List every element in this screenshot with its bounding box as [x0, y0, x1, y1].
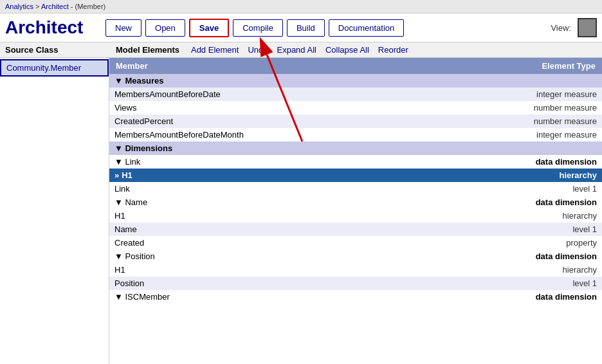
documentation-button[interactable]: Documentation	[329, 19, 404, 37]
col-element-type-header: Element Type	[432, 58, 602, 74]
undo-link[interactable]: Undo	[248, 45, 268, 55]
main-area: Community.Member Member Element Type ▼ M…	[0, 58, 602, 364]
table-row[interactable]: Namelevel 1	[109, 223, 602, 236]
table-area: Member Element Type ▼ MeasuresMembersAmo…	[109, 58, 602, 364]
reorder-link[interactable]: Reorder	[378, 45, 408, 55]
build-button[interactable]: Build	[287, 19, 325, 37]
table-row[interactable]: ▼ Measures	[109, 74, 602, 87]
collapse-all-link[interactable]: Collapse All	[325, 45, 369, 55]
table-row[interactable]: ▼ Positiondata dimension	[109, 250, 602, 263]
table-row[interactable]: ▼ Dimensions	[109, 141, 602, 155]
breadcrumb-architect[interactable]: Architect	[41, 3, 69, 10]
table-row[interactable]: Createdproperty	[109, 236, 602, 250]
page-title: Architect	[5, 17, 95, 38]
new-button[interactable]: New	[105, 19, 141, 37]
col-member-header: Member	[109, 58, 432, 74]
add-element-link[interactable]: Add Element	[191, 45, 239, 55]
open-button[interactable]: Open	[145, 19, 185, 37]
model-elements-label: Model Elements	[116, 45, 179, 55]
toolbar: Source Class Model Elements Add Element …	[0, 42, 602, 58]
table-row[interactable]: H1hierarchy	[109, 263, 602, 277]
table-row[interactable]: Positionlevel 1	[109, 277, 602, 290]
table-row[interactable]: ▼ Namedata dimension	[109, 196, 602, 209]
save-button[interactable]: Save	[189, 19, 229, 37]
header: Architect New Open Save Compile Build Do…	[0, 14, 602, 42]
breadcrumb-analytics[interactable]: Analytics	[5, 3, 33, 10]
view-label: View:	[551, 23, 571, 33]
view-box	[578, 18, 597, 37]
model-elements-table: Member Element Type ▼ MeasuresMembersAmo…	[109, 58, 602, 304]
table-row[interactable]: ▼ ISCMemberdata dimension	[109, 290, 602, 304]
table-header-row: Member Element Type	[109, 58, 602, 74]
table-row[interactable]: CreatedPercentnumber measure	[109, 114, 602, 128]
source-class-label: Source Class	[5, 45, 114, 55]
table-row[interactable]: »H1hierarchy	[109, 168, 602, 182]
table-row[interactable]: ▼ Linkdata dimension	[109, 155, 602, 168]
table-row[interactable]: Viewsnumber measure	[109, 101, 602, 114]
sidebar-item-community-member[interactable]: Community.Member	[0, 59, 109, 77]
table-row[interactable]: MembersAmountBeforeDateMonthinteger meas…	[109, 128, 602, 141]
table-row[interactable]: MembersAmountBeforeDateinteger measure	[109, 87, 602, 101]
table-row[interactable]: Linklevel 1	[109, 182, 602, 196]
table-row[interactable]: H1hierarchy	[109, 209, 602, 223]
expand-all-link[interactable]: Expand All	[277, 45, 316, 55]
breadcrumb: Analytics > Architect - (Member)	[0, 0, 602, 14]
sidebar: Community.Member	[0, 58, 109, 364]
compile-button[interactable]: Compile	[233, 19, 283, 37]
